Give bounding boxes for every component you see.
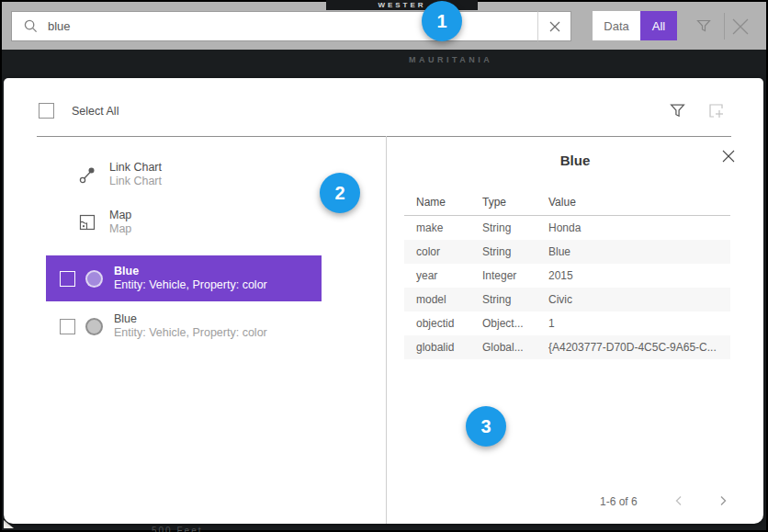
result-item-map[interactable]: Map Map <box>4 208 386 237</box>
add-to-map-icon[interactable] <box>707 102 726 120</box>
table-row: year Integer 2015 <box>404 264 730 288</box>
close-search-icon[interactable] <box>730 17 751 37</box>
previous-page-icon[interactable] <box>672 493 686 508</box>
entity-dot-icon <box>85 318 103 335</box>
select-all-row: Select All <box>39 103 119 119</box>
map-icon <box>79 214 97 231</box>
result-title: Map <box>109 209 131 222</box>
result-subtitle: Link Chart <box>109 175 162 188</box>
callout-badge-1: 1 <box>422 1 462 41</box>
result-subtitle: Entity: Vehicle, Property: color <box>114 278 267 292</box>
column-header-name: Name <box>404 196 470 209</box>
scope-toggle: Data All <box>593 11 677 40</box>
column-header-type: Type <box>470 196 536 209</box>
table-row: make String Honda <box>404 216 730 240</box>
result-checkbox[interactable] <box>60 319 75 334</box>
map-scale-label: 500 Feet <box>152 526 202 532</box>
filter-icon[interactable] <box>695 17 712 34</box>
callout-badge-3: 3 <box>466 406 506 447</box>
results-list: Link Chart Link Chart Map Map <box>4 136 386 347</box>
clear-icon <box>549 21 560 32</box>
link-chart-icon <box>79 166 97 184</box>
results-filter-icon[interactable] <box>669 102 686 119</box>
detail-title: Blue <box>387 153 763 168</box>
select-all-checkbox[interactable] <box>39 103 54 119</box>
result-subtitle: Entity: Vehicle, Property: color <box>114 326 267 340</box>
table-row: color String Blue <box>404 240 730 264</box>
scope-data-button[interactable]: Data <box>593 11 640 40</box>
result-checkbox[interactable] <box>60 271 75 287</box>
result-title: Blue <box>114 265 267 278</box>
table-row: model String Civic <box>404 288 730 311</box>
result-subtitle: Map <box>109 222 131 236</box>
scope-all-button[interactable]: All <box>640 11 677 40</box>
attribute-table-header: Name Type Value <box>404 188 730 216</box>
table-row: globalid Global... {A4203777-D70D-4C5C-9… <box>404 335 730 359</box>
attribute-table: Name Type Value make String Honda color … <box>404 188 730 359</box>
map-label-mauritania: MAURITANIA <box>409 55 492 64</box>
toolbar-divider <box>724 13 725 40</box>
search-results-panel: Select All Link Chart <box>4 78 763 524</box>
column-header-value: Value <box>536 196 730 209</box>
table-row: objectid Object... 1 <box>404 311 730 335</box>
search-overlay-screenshot: MAURITANIA 500 Feet WESTER Data All <box>0 0 768 532</box>
detail-close-icon[interactable] <box>721 149 736 164</box>
result-title: Link Chart <box>109 161 162 175</box>
detail-pane: Blue Name Type Value make String Honda c… <box>387 136 763 524</box>
pagination: 1-6 of 6 <box>387 492 763 511</box>
callout-badge-2: 2 <box>320 173 360 213</box>
select-all-label: Select All <box>72 105 119 118</box>
search-icon <box>24 19 38 33</box>
result-item-blue[interactable]: Blue Entity: Vehicle, Property: color <box>46 305 322 347</box>
result-title: Blue <box>114 312 267 326</box>
entity-dot-icon <box>85 270 103 288</box>
clear-search-button[interactable] <box>537 11 571 41</box>
result-item-blue-selected[interactable]: Blue Entity: Vehicle, Property: color <box>46 255 322 301</box>
pagination-label: 1-6 of 6 <box>600 495 638 508</box>
next-page-icon[interactable] <box>716 493 730 508</box>
